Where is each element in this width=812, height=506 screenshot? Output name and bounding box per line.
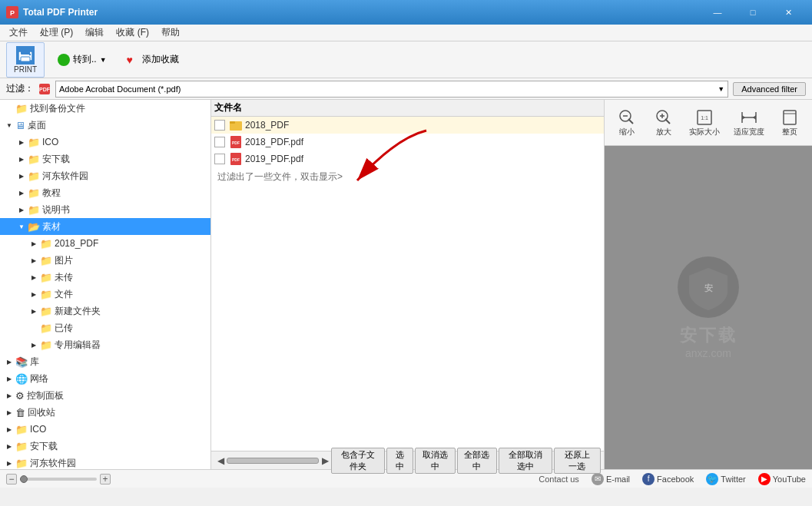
tree-item-recycle[interactable]: ▶ 🗑 回收站	[0, 404, 210, 421]
zoom-minus-button[interactable]: −	[6, 474, 17, 485]
filter-message[interactable]: 过滤出了一些文件，双击显示>	[211, 167, 604, 187]
toggle-sucai[interactable]: ▼	[15, 220, 28, 233]
tree-item-files[interactable]: ▶ 📁 文件	[0, 286, 210, 303]
menu-file[interactable]: 文件	[3, 25, 34, 41]
include-subfolders-button[interactable]: 包含子文件夹	[331, 448, 385, 474]
email-link[interactable]: ✉ E-mail	[592, 473, 630, 485]
tree-item-sucai[interactable]: ▼ 📂 素材	[0, 218, 210, 235]
toggle-weichuan[interactable]: ▶	[28, 271, 40, 283]
menu-favorites[interactable]: 收藏 (F)	[110, 25, 155, 41]
deselect-all-button[interactable]: 全部取消选中	[499, 448, 552, 474]
toggle-controlpanel[interactable]: ▶	[3, 389, 15, 402]
tree-item-tutorial[interactable]: ▶ 📁 教程	[0, 184, 210, 201]
tree-label-controlpanel: 控制面板	[27, 389, 64, 402]
fit-width-button[interactable]: 适应宽度	[728, 104, 770, 141]
zoom-in-label: 放大	[656, 127, 671, 137]
toggle-tutorial[interactable]: ▶	[15, 187, 28, 199]
window-title: Total PDF Printer	[23, 7, 700, 18]
toggle-newfolder[interactable]: ▶	[28, 305, 40, 317]
tree-item-library[interactable]: ▶ 📚 库	[0, 353, 210, 370]
checkbox-pdf-2019[interactable]	[214, 154, 225, 164]
toggle-files[interactable]: ▶	[28, 288, 40, 300]
zoom-in-button[interactable]: 放大	[647, 104, 681, 141]
checkbox-pdf-2018[interactable]	[214, 137, 225, 147]
menu-help[interactable]: 帮助	[155, 25, 186, 41]
zoom-plus-button[interactable]: +	[100, 474, 111, 485]
facebook-link[interactable]: f Facebook	[642, 473, 694, 485]
tree-item-manual[interactable]: ▶ 📁 说明书	[0, 201, 210, 218]
fit-width-label: 适应宽度	[734, 127, 764, 137]
favorite-button[interactable]: ♥ 添加收藏	[120, 49, 186, 70]
full-page-button[interactable]: 整页	[773, 104, 807, 141]
toggle-sucai-2018[interactable]: ▶	[28, 237, 40, 250]
zoom-slider[interactable]	[20, 478, 97, 481]
file-item-pdf-2019[interactable]: PDF 2019_PDF.pdf	[211, 150, 604, 167]
toggle-yichuan[interactable]	[28, 322, 40, 334]
filter-dropdown[interactable]: Adobe Acrobat Document (*.pdf) ▼	[55, 81, 728, 98]
tree-item-desktop[interactable]: ▼ 🖥 桌面	[0, 117, 210, 134]
youtube-link[interactable]: ▶ YouTube	[758, 473, 806, 485]
select-all-button[interactable]: 全部选中	[457, 448, 498, 474]
folder-icon-files: 📁	[40, 289, 52, 300]
toggle-ico2[interactable]: ▶	[3, 423, 15, 435]
tree-item-hedong[interactable]: ▶ 📁 河东软件园	[0, 167, 210, 184]
tree-item-weichuan[interactable]: ▶ 📁 未传	[0, 269, 210, 286]
scroll-left-arrow[interactable]: ◀	[214, 452, 227, 469]
toggle-editor[interactable]: ▶	[28, 339, 40, 351]
tree-item-anxz[interactable]: ▶ 📁 安下载	[0, 150, 210, 167]
file-item-folder-2018[interactable]: 2018_PDF	[211, 117, 604, 134]
watermark-icon: 安	[678, 256, 739, 318]
goto-button[interactable]: 转到.. ▼	[51, 49, 114, 70]
deselect-button[interactable]: 取消选中	[415, 448, 456, 474]
minimize-button[interactable]: —	[700, 0, 735, 25]
toggle-hedong[interactable]: ▶	[15, 170, 28, 182]
toggle-images[interactable]: ▶	[28, 254, 40, 266]
fit-width-icon	[740, 108, 758, 127]
horizontal-scrollbar[interactable]	[227, 458, 319, 464]
toggle-library[interactable]: ▶	[3, 356, 15, 368]
file-item-pdf-2018[interactable]: PDF 2018_PDF.pdf	[211, 134, 604, 150]
menu-edit[interactable]: 编辑	[79, 25, 110, 41]
tree-item-editor[interactable]: ▶ 📁 专用编辑器	[0, 336, 210, 353]
tree-item-network[interactable]: ▶ 🌐 网络	[0, 370, 210, 387]
scroll-right-arrow[interactable]: ▶	[319, 452, 331, 469]
tree-item-images[interactable]: ▶ 📁 图片	[0, 252, 210, 269]
tree-item-sucai-2018[interactable]: ▶ 📁 2018_PDF	[0, 235, 210, 252]
email-label: E-mail	[606, 475, 630, 484]
pdf-file-icon-2019: PDF	[230, 153, 242, 165]
select-button[interactable]: 选中	[386, 448, 413, 474]
zoom-slider-thumb[interactable]	[20, 475, 28, 483]
toggle-hedong2[interactable]: ▶	[3, 457, 15, 469]
tree-item-newfolder[interactable]: ▶ 📁 新建文件夹	[0, 303, 210, 319]
toggle-desktop[interactable]: ▼	[3, 119, 15, 131]
toggle-backup[interactable]	[3, 102, 15, 114]
svg-text:PDF: PDF	[232, 157, 240, 162]
tree-item-backup[interactable]: 📁 找到备份文件	[0, 100, 210, 117]
checkbox-folder-2018[interactable]	[214, 120, 225, 131]
tree-item-hedong2[interactable]: ▶ 📁 河东软件园	[0, 455, 210, 469]
restore-button[interactable]: 还原上一选	[554, 448, 601, 474]
toggle-manual[interactable]: ▶	[15, 203, 28, 216]
toggle-anxz[interactable]: ▶	[15, 153, 28, 165]
twitter-link[interactable]: 🐦 Twitter	[706, 473, 745, 485]
tree-item-anxz2[interactable]: ▶ 📁 安下载	[0, 438, 210, 455]
toggle-ico[interactable]: ▶	[15, 136, 28, 148]
tree-label-editor: 专用编辑器	[55, 339, 101, 352]
advanced-filter-button[interactable]: Advanced filter	[733, 82, 806, 96]
folder-icon-yichuan: 📁	[40, 322, 52, 334]
tree-item-controlpanel[interactable]: ▶ ⚙ 控制面板	[0, 387, 210, 404]
menu-process[interactable]: 处理 (P)	[34, 25, 79, 41]
tree-item-yichuan[interactable]: 📁 已传	[0, 319, 210, 336]
print-button[interactable]: PRINT	[6, 42, 45, 78]
toggle-recycle[interactable]: ▶	[3, 406, 15, 418]
tree-item-ico[interactable]: ▶ 📁 ICO	[0, 134, 210, 150]
svg-rect-9	[230, 121, 235, 124]
tree-item-ico2[interactable]: ▶ 📁 ICO	[0, 421, 210, 438]
close-button[interactable]: ✕	[771, 0, 806, 25]
tree-label-backup: 找到备份文件	[30, 102, 85, 115]
actual-size-button[interactable]: 1:1 实际大小	[684, 104, 725, 141]
zoom-out-button[interactable]: 缩小	[610, 104, 644, 141]
maximize-button[interactable]: □	[735, 0, 771, 25]
toggle-network[interactable]: ▶	[3, 372, 15, 385]
toggle-anxz2[interactable]: ▶	[3, 440, 15, 452]
